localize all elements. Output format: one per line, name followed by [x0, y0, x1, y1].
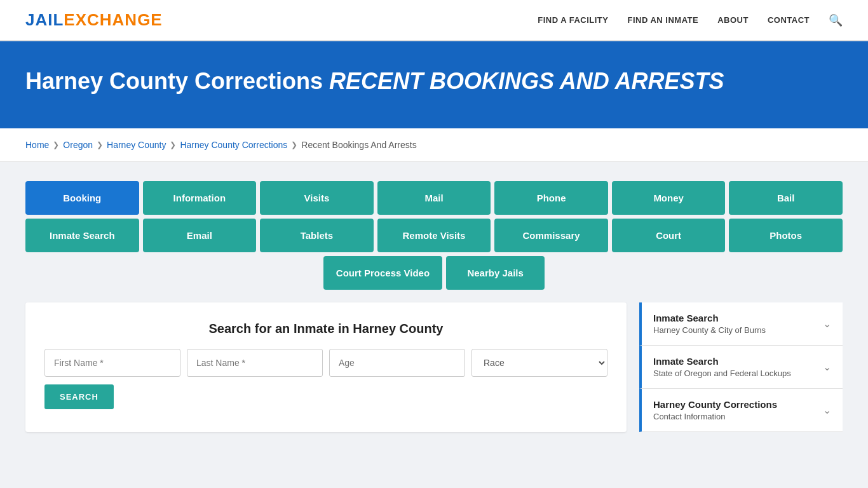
breadcrumb-sep-1: ❯: [53, 140, 59, 149]
nav-find-facility[interactable]: FIND A FACILITY: [538, 15, 608, 25]
sidebar-item-harney-search-text: Inmate Search Harney County & City of Bu…: [653, 313, 766, 335]
search-card: Search for an Inmate in Harney County Ra…: [25, 302, 627, 432]
main-nav: FIND A FACILITY FIND AN INMATE ABOUT CON…: [538, 13, 843, 27]
tab-inmate-search[interactable]: Inmate Search: [25, 219, 139, 252]
tab-phone[interactable]: Phone: [494, 181, 608, 215]
breadcrumb-oregon[interactable]: Oregon: [63, 140, 93, 150]
sidebar-item-harney-search-subtitle: Harney County & City of Burns: [653, 325, 766, 335]
breadcrumb-corrections[interactable]: Harney County Corrections: [180, 140, 287, 150]
main-content: Booking Information Visits Mail Phone Mo…: [0, 162, 868, 451]
tabs-row1: Booking Information Visits Mail Phone Mo…: [25, 181, 843, 215]
sidebar-item-oregon-search-title: Inmate Search: [653, 356, 791, 367]
sidebar-item-contact-title: Harney County Corrections: [653, 399, 777, 410]
search-card-title: Search for an Inmate in Harney County: [44, 322, 607, 336]
chevron-down-icon: ⌄: [823, 318, 831, 330]
breadcrumb-sep-4: ❯: [291, 140, 297, 149]
tab-commissary[interactable]: Commissary: [494, 219, 608, 252]
chevron-down-icon-3: ⌄: [823, 404, 831, 416]
breadcrumb-sep-3: ❯: [170, 140, 176, 149]
logo-exchange: EXCHANGE: [64, 10, 162, 29]
hero-banner: Harney County Corrections RECENT BOOKING…: [0, 41, 868, 128]
tab-booking[interactable]: Booking: [25, 181, 139, 215]
breadcrumb-section: Home ❯ Oregon ❯ Harney County ❯ Harney C…: [0, 128, 868, 162]
tab-mail[interactable]: Mail: [377, 181, 491, 215]
sidebar-item-contact-subtitle: Contact Information: [653, 412, 777, 421]
page-title-italic: RECENT BOOKINGS AND ARRESTS: [329, 68, 724, 94]
page-title: Harney County Corrections RECENT BOOKING…: [25, 67, 843, 97]
tab-photos[interactable]: Photos: [729, 219, 843, 252]
tab-money[interactable]: Money: [612, 181, 726, 215]
breadcrumb-current: Recent Bookings And Arrests: [301, 140, 416, 150]
tab-email[interactable]: Email: [143, 219, 257, 252]
tab-court-process-video[interactable]: Court Process Video: [323, 256, 442, 290]
tabs-row2: Inmate Search Email Tablets Remote Visit…: [25, 219, 843, 252]
tab-nearby-jails[interactable]: Nearby Jails: [446, 256, 545, 290]
logo-jail: JAIL: [25, 10, 64, 29]
tab-information[interactable]: Information: [143, 181, 257, 215]
sidebar-item-harney-search[interactable]: Inmate Search Harney County & City of Bu…: [639, 302, 843, 346]
tab-tablets[interactable]: Tablets: [260, 219, 374, 252]
search-button[interactable]: SEARCH: [44, 384, 114, 409]
nav-contact[interactable]: CONTACT: [768, 15, 810, 25]
tab-court[interactable]: Court: [612, 219, 726, 252]
sidebar-item-oregon-search[interactable]: Inmate Search State of Oregon and Federa…: [639, 346, 843, 389]
tabs-row3: Court Process Video Nearby Jails: [25, 256, 843, 290]
sidebar-item-contact-info-text: Harney County Corrections Contact Inform…: [653, 399, 777, 421]
tab-remote-visits[interactable]: Remote Visits: [377, 219, 491, 252]
tab-bail[interactable]: Bail: [729, 181, 843, 215]
sidebar-item-oregon-search-subtitle: State of Oregon and Federal Lockups: [653, 369, 791, 378]
breadcrumb-harney-county[interactable]: Harney County: [107, 140, 166, 150]
last-name-input[interactable]: [187, 349, 323, 377]
sidebar-item-oregon-search-text: Inmate Search State of Oregon and Federa…: [653, 356, 791, 378]
first-name-input[interactable]: [44, 349, 180, 377]
breadcrumb: Home ❯ Oregon ❯ Harney County ❯ Harney C…: [25, 140, 843, 150]
nav-about[interactable]: ABOUT: [717, 15, 749, 25]
content-columns: Search for an Inmate in Harney County Ra…: [25, 302, 843, 432]
sidebar-panel: Inmate Search Harney County & City of Bu…: [639, 302, 843, 432]
tab-visits[interactable]: Visits: [260, 181, 374, 215]
sidebar-item-contact-info[interactable]: Harney County Corrections Contact Inform…: [639, 389, 843, 432]
site-logo[interactable]: JAILEXCHANGE: [25, 10, 163, 30]
chevron-down-icon-2: ⌄: [823, 361, 831, 373]
breadcrumb-sep-2: ❯: [97, 140, 103, 149]
race-select[interactable]: Race White Black Hispanic Asian Native A…: [471, 349, 607, 377]
site-header: JAILEXCHANGE FIND A FACILITY FIND AN INM…: [0, 0, 868, 41]
search-icon[interactable]: 🔍: [829, 13, 843, 27]
search-form: Race White Black Hispanic Asian Native A…: [44, 349, 607, 377]
age-input[interactable]: [329, 349, 465, 377]
nav-find-inmate[interactable]: FIND AN INMATE: [627, 15, 698, 25]
breadcrumb-home[interactable]: Home: [25, 140, 49, 150]
sidebar-item-harney-search-title: Inmate Search: [653, 313, 766, 323]
page-title-main: Harney County Corrections: [25, 68, 323, 94]
